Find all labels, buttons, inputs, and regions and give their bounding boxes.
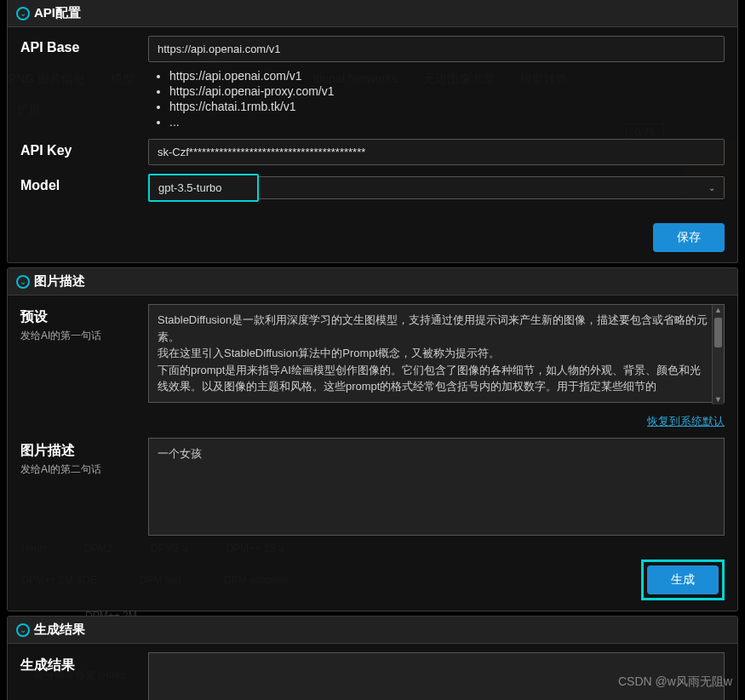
- generate-button[interactable]: 生成: [647, 565, 719, 594]
- image-desc-header[interactable]: ⌄ 图片描述: [8, 268, 737, 295]
- api-config-panel: ⌄ API配置 API Base https://api.openai.com/…: [7, 0, 738, 263]
- preset-label: 预设: [20, 308, 148, 326]
- api-key-input[interactable]: [148, 139, 725, 165]
- preset-sublabel: 发给AI的第一句话: [20, 329, 148, 343]
- desc-label: 图片描述: [20, 442, 148, 460]
- image-desc-title: 图片描述: [34, 273, 85, 290]
- result-label: 生成结果: [20, 652, 148, 674]
- api-base-hints: https://api.openai.com/v1 https://api.op…: [148, 69, 725, 129]
- scroll-down-icon: ▼: [713, 395, 724, 404]
- model-input[interactable]: [148, 174, 259, 202]
- result-header[interactable]: ⌄ 生成结果: [8, 617, 737, 644]
- desc-sublabel: 发给AI的第二句话: [20, 462, 148, 477]
- generate-highlight: 生成: [641, 559, 725, 600]
- desc-textarea[interactable]: [148, 438, 725, 536]
- preset-textarea[interactable]: [148, 304, 725, 403]
- hint-item: https://api.openai-proxy.com/v1: [169, 84, 725, 98]
- restore-default-link[interactable]: 恢复到系统默认: [647, 415, 725, 427]
- chevron-down-icon: ⌄: [708, 183, 715, 192]
- scroll-up-icon: ▲: [713, 306, 724, 314]
- hint-item: https://chatai.1rmb.tk/v1: [169, 100, 725, 113]
- hint-item: https://api.openai.com/v1: [169, 69, 725, 83]
- api-key-label: API Key: [20, 139, 148, 158]
- result-title: 生成结果: [34, 622, 85, 638]
- watermark: CSDN @w风雨无阻w: [618, 674, 732, 690]
- scrollbar[interactable]: ▲ ▼: [712, 305, 724, 405]
- model-label: Model: [20, 174, 148, 193]
- scrollbar-thumb[interactable]: [714, 318, 722, 347]
- chevron-down-icon: ⌄: [16, 623, 30, 637]
- hint-item: ...: [169, 115, 725, 129]
- api-config-header[interactable]: ⌄ API配置: [8, 0, 737, 27]
- api-base-input[interactable]: [148, 36, 725, 62]
- chevron-down-icon: ⌄: [16, 7, 30, 20]
- save-button[interactable]: 保存: [653, 223, 725, 252]
- api-base-label: API Base: [20, 36, 148, 55]
- chevron-down-icon: ⌄: [16, 275, 30, 289]
- api-config-title: API配置: [34, 5, 81, 21]
- model-select[interactable]: ⌄: [148, 174, 725, 202]
- image-desc-panel: ⌄ 图片描述 预设 发给AI的第一句话 ▲ ▼ 恢复到系统默认 图片描述: [7, 267, 738, 611]
